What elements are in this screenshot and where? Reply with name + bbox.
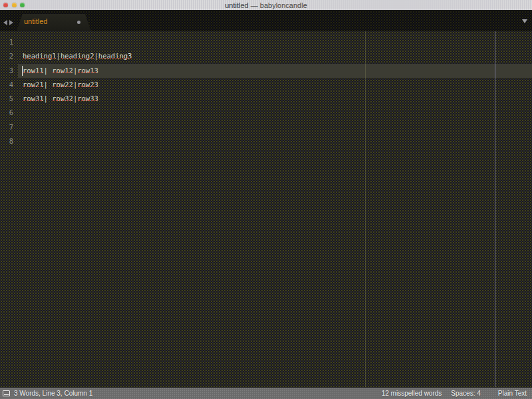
line-number: 4 [0,78,18,92]
misspelled-word: heading2 [61,52,94,60]
misspelled-word: heading3 [98,52,132,60]
tab-label: untitled [24,17,47,25]
editor-line[interactable]: 2heading1|heading2|heading3 [0,49,532,63]
text-caret [22,66,23,76]
editor-line[interactable]: 8 [0,134,532,148]
code-text: | [44,94,53,102]
line-code: row11| row12|row13 [18,64,532,78]
editor[interactable]: 12heading1|heading2|heading33row11| row1… [0,31,532,387]
editor-lines: 12heading1|heading2|heading33row11| row1… [0,31,532,148]
word-count-caret-position: 3 Words, Line 3, Column 1 [14,390,92,397]
code-text: | [57,52,61,60]
line-number: 7 [0,120,18,134]
modified-dot-icon [77,21,80,24]
code-text: | [94,52,98,60]
misspelled-word: row13 [77,66,98,74]
line-number: 5 [0,92,18,106]
code-text: | [44,66,53,74]
misspelled-word: row32 [52,94,73,102]
misspelled-word: row11 [23,66,44,74]
status-right: 12 misspelled words Spaces: 4 Plain Text [382,390,532,397]
editor-line[interactable]: 7 [0,120,532,134]
line-code: heading1|heading2|heading3 [18,49,532,63]
titlebar: untitled — babyloncandle [0,0,532,11]
misspelled-word: row22 [52,80,73,88]
code-text: | [44,80,53,88]
spellcheck-mode-icon [3,390,10,396]
misspelled-word: row12 [52,66,73,74]
editor-line[interactable]: 1 [0,35,532,49]
tab-overflow-chevron-icon[interactable] [522,19,527,23]
line-number: 3 [0,64,18,78]
indentation-setting[interactable]: Spaces: 4 [451,390,480,397]
misspelled-word: row31 [23,94,44,102]
line-number: 6 [0,106,18,120]
line-number: 8 [0,134,18,148]
status-left: 3 Words, Line 3, Column 1 [0,390,92,397]
line-code: row31| row32|row33 [18,92,532,106]
prev-tab-arrow-icon[interactable] [3,20,7,25]
misspelled-word: heading1 [23,52,57,60]
editor-line[interactable]: 6 [0,106,532,120]
line-code [18,106,532,120]
editor-line[interactable]: 5row31| row32|row33 [0,92,532,106]
misspelled-word: row23 [77,80,98,88]
line-number: 1 [0,35,18,49]
tab-untitled[interactable]: untitled [17,14,91,31]
app-window: untitled — babyloncandle untitled 12head… [0,0,532,399]
line-code [18,120,532,134]
line-number: 2 [0,49,18,63]
tab-bar: untitled [0,11,532,31]
misspelled-word: row21 [23,80,44,88]
misspelled-words-count: 12 misspelled words [382,390,442,397]
line-code [18,134,532,148]
editor-line[interactable]: 3row11| row12|row13 [0,64,532,78]
editor-line[interactable]: 4row21| row22|row23 [0,78,532,92]
misspelled-word: row33 [77,94,98,102]
line-code: row21| row22|row23 [18,78,532,92]
syntax-selector[interactable]: Plain Text [498,390,527,397]
status-bar: 3 Words, Line 3, Column 1 12 misspelled … [0,387,532,399]
line-code [18,35,532,49]
window-title: untitled — babyloncandle [0,1,532,11]
next-tab-arrow-icon[interactable] [9,20,13,25]
